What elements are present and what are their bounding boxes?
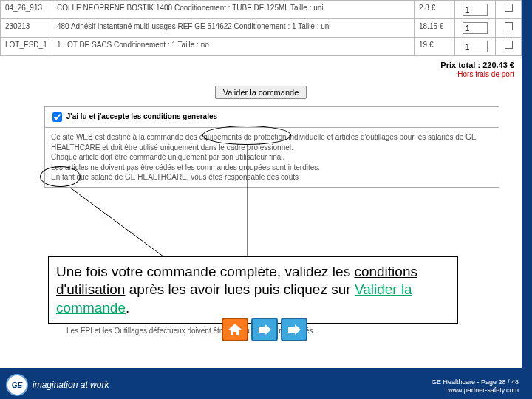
qty-cell bbox=[455, 19, 496, 38]
svg-line-0 bbox=[70, 188, 166, 259]
qty-input[interactable] bbox=[463, 22, 488, 34]
table-row: 230213 480 Adhésif instantané multi-usag… bbox=[1, 19, 522, 38]
accept-terms-checkbox[interactable] bbox=[52, 112, 62, 122]
price-cell: 18.15 € bbox=[415, 19, 455, 38]
ref-cell: LOT_ESD_1 bbox=[1, 38, 52, 56]
terms-line: Les articles ne doivent pas être cédés e… bbox=[51, 163, 493, 173]
price-cell: 19 € bbox=[415, 38, 455, 56]
next-button-2[interactable] bbox=[281, 318, 307, 341]
callout-text: . bbox=[126, 300, 129, 316]
totals: Prix total : 220.43 € Hors frais de port bbox=[0, 56, 522, 80]
qty-cell bbox=[455, 38, 496, 56]
home-icon bbox=[228, 323, 242, 336]
home-button[interactable] bbox=[222, 318, 248, 341]
table-row: LOT_ESD_1 1 LOT DE SACS Conditionement :… bbox=[1, 38, 522, 56]
slide-content: 04_26_913 COLLE NEOPRENE BOSTIK 1400 Con… bbox=[0, 0, 522, 368]
ge-logo: GE imagination at work bbox=[6, 374, 109, 396]
order-table: 04_26_913 COLLE NEOPRENE BOSTIK 1400 Con… bbox=[0, 0, 522, 56]
table-row: 04_26_913 COLLE NEOPRENE BOSTIK 1400 Con… bbox=[1, 1, 522, 19]
ship-label: Hors frais de port bbox=[457, 70, 514, 78]
ref-cell: 230213 bbox=[1, 19, 52, 38]
ge-monogram-icon: GE bbox=[6, 374, 28, 396]
footer-page: GE Healthcare - Page 28 / 48 bbox=[432, 378, 519, 386]
svg-marker-2 bbox=[228, 324, 242, 335]
terms-line: Ce site WEB est destiné à la commande de… bbox=[51, 132, 493, 152]
qty-cell bbox=[455, 1, 496, 19]
callout-text: après les avoir lues puis cliquez sur bbox=[125, 282, 354, 297]
svg-marker-4 bbox=[288, 324, 301, 335]
qty-input[interactable] bbox=[463, 4, 488, 16]
arrow-right-icon bbox=[287, 324, 301, 335]
desc-cell: 1 LOT DE SACS Conditionement : 1 Taille … bbox=[52, 38, 415, 56]
callout-text: Une fois votre commande complète, valide… bbox=[56, 264, 354, 279]
slide-border-right bbox=[522, 0, 532, 399]
ref-cell: 04_26_913 bbox=[1, 1, 52, 19]
select-cell bbox=[496, 19, 522, 38]
row-checkbox[interactable] bbox=[505, 4, 513, 12]
desc-cell: 480 Adhésif instantané multi-usages REF … bbox=[52, 19, 415, 38]
row-checkbox[interactable] bbox=[505, 22, 513, 30]
terms-header: J'ai lu et j'accepte les conditions gene… bbox=[45, 107, 499, 128]
select-cell bbox=[496, 1, 522, 19]
terms-line: En tant que salarié de GE HEALTHCARE, vo… bbox=[51, 172, 493, 183]
nav-icons bbox=[222, 318, 307, 341]
terms-body: Ce site WEB est destiné à la commande de… bbox=[45, 128, 499, 187]
validate-wrap: Valider la commande bbox=[0, 80, 522, 106]
footer-url: www.partner-safety.com bbox=[432, 386, 519, 395]
desc-cell: COLLE NEOPRENE BOSTIK 1400 Conditionemen… bbox=[52, 1, 415, 19]
terms-box: J'ai lu et j'accepte les conditions gene… bbox=[44, 106, 499, 188]
validate-order-button[interactable]: Valider la commande bbox=[215, 86, 307, 99]
svg-marker-3 bbox=[259, 324, 271, 335]
terms-line: Chaque article doit être commandé unique… bbox=[51, 152, 493, 163]
price-cell: 2.8 € bbox=[415, 1, 455, 19]
select-cell bbox=[496, 38, 522, 56]
tagline: imagination at work bbox=[33, 380, 109, 390]
total-label: Prix total : 220.43 € bbox=[440, 61, 514, 69]
qty-input[interactable] bbox=[463, 41, 488, 52]
next-button[interactable] bbox=[251, 318, 278, 341]
footer-text: GE Healthcare - Page 28 / 48 www.partner… bbox=[432, 378, 519, 395]
row-checkbox[interactable] bbox=[505, 41, 513, 49]
arrow-right-icon bbox=[257, 324, 272, 335]
terms-checkbox-label: J'ai lu et j'accepte les conditions gene… bbox=[66, 112, 217, 120]
instruction-callout: Une fois votre commande complète, valide… bbox=[48, 256, 458, 324]
